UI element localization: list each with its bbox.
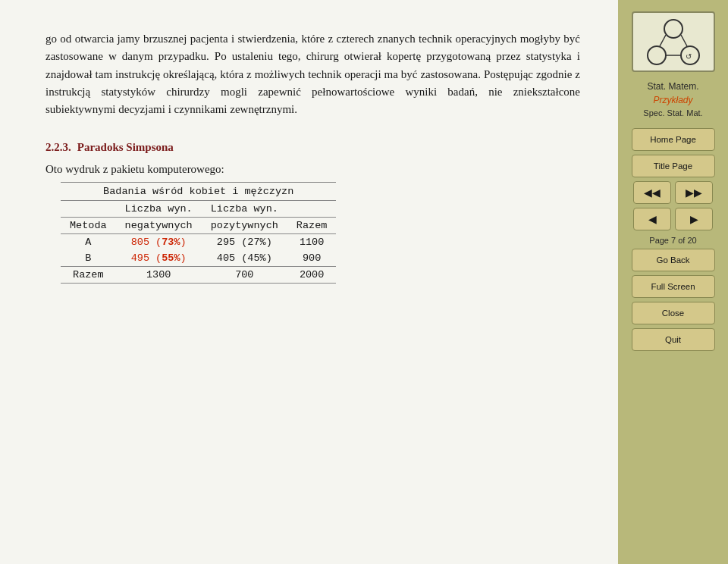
- col-header-2: Liczba wyn.: [202, 201, 287, 218]
- subheader-2: pozytywnych: [202, 218, 287, 234]
- row-b-total: 900: [287, 250, 337, 267]
- sidebar-spec-stat: Spec. Stat. Mat.: [643, 108, 702, 118]
- nav-row: ◀ ▶: [633, 208, 713, 230]
- main-content: go od otwarcia jamy brzusznej pacjenta i…: [0, 0, 618, 564]
- footer-pos: 700: [202, 267, 287, 284]
- row-a-total: 1100: [287, 234, 337, 251]
- quit-button[interactable]: Quit: [632, 328, 715, 351]
- logo-area: ↺: [632, 11, 715, 72]
- subheader-3: Razem: [287, 218, 337, 234]
- svg-point-1: [648, 46, 666, 64]
- col-header-0: [61, 201, 116, 218]
- footer-razem: Razem: [61, 267, 116, 284]
- close-button[interactable]: Close: [632, 302, 715, 324]
- table-title: Badania wśród kobiet i mężczyzn: [61, 183, 336, 201]
- footer-neg: 1300: [116, 267, 202, 284]
- fast-nav-row: ◀◀ ▶▶: [633, 181, 713, 204]
- page-info: Page 7 of 20: [649, 236, 696, 245]
- row-b-pos: 405 (45%): [202, 250, 287, 267]
- next-fast-button[interactable]: ▶▶: [675, 181, 713, 204]
- table-row: B 495 (55%) 405 (45%) 900: [61, 250, 336, 267]
- next-button[interactable]: ▶: [675, 208, 713, 230]
- table-col-header-row: Liczba wyn. Liczba wyn.: [61, 201, 336, 218]
- section-header: 2.2.3. Paradoks Simpsona: [46, 141, 580, 154]
- row-b-neg: 495 (55%): [116, 250, 202, 267]
- home-page-button[interactable]: Home Page: [632, 128, 715, 151]
- svg-point-0: [664, 20, 682, 38]
- main-paragraph: go od otwarcia jamy brzusznej pacjenta i…: [46, 30, 580, 118]
- data-table-wrapper: Badania wśród kobiet i mężczyzn Liczba w…: [61, 182, 580, 284]
- row-a-pos: 295 (27%): [202, 234, 287, 251]
- section-title: Paradoks Simpsona: [77, 141, 174, 154]
- table-footer-row: Razem 1300 700 2000: [61, 267, 336, 284]
- sidebar: ↺ Stat. Matem. Przykłady Spec. Stat. Mat…: [618, 0, 728, 564]
- col-header-3: [287, 201, 337, 218]
- svg-line-4: [681, 35, 687, 46]
- svg-line-3: [660, 35, 666, 46]
- table-title-row: Badania wśród kobiet i mężczyzn: [61, 183, 336, 201]
- data-table: Badania wśród kobiet i mężczyzn Liczba w…: [61, 182, 336, 284]
- table-subheader-row: Metoda negatywnych pozytywnych Razem: [61, 218, 336, 234]
- prev-fast-button[interactable]: ◀◀: [633, 181, 671, 204]
- sidebar-stat-matem: Stat. Matem.: [647, 81, 698, 92]
- go-back-button[interactable]: Go Back: [632, 249, 715, 271]
- full-screen-button[interactable]: Full Screen: [632, 275, 715, 298]
- subheader-0: Metoda: [61, 218, 116, 234]
- col-header-1: Liczba wyn.: [116, 201, 202, 218]
- logo-icon: ↺: [643, 17, 704, 67]
- subheader-1: negatywnych: [116, 218, 202, 234]
- footer-total: 2000: [287, 267, 337, 284]
- wydruk-label: Oto wydruk z pakietu komputerowego:: [46, 163, 580, 176]
- svg-text:↺: ↺: [686, 52, 692, 61]
- sidebar-przyklady: Przykłady: [653, 95, 692, 105]
- row-a-method: A: [61, 234, 116, 251]
- row-a-neg: 805 (73%): [116, 234, 202, 251]
- section-number: 2.2.3.: [46, 141, 71, 154]
- row-b-method: B: [61, 250, 116, 267]
- title-page-button[interactable]: Title Page: [632, 155, 715, 177]
- prev-button[interactable]: ◀: [633, 208, 671, 230]
- table-row: A 805 (73%) 295 (27%) 1100: [61, 234, 336, 251]
